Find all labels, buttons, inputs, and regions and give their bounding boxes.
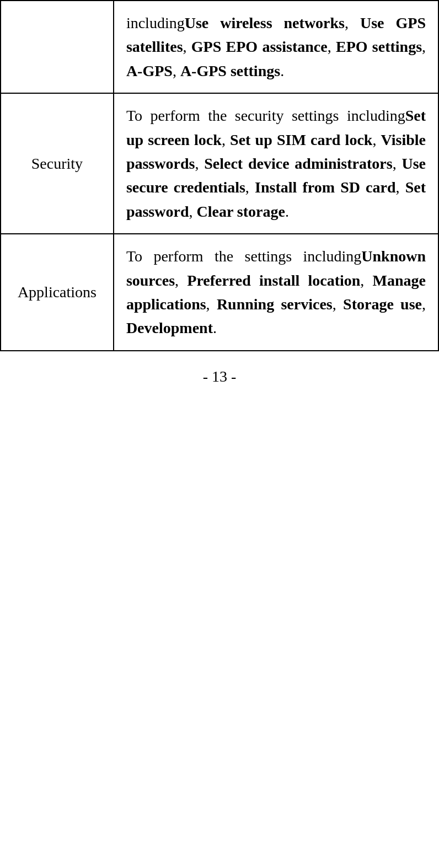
row-content-applications: To perform the settings includingUnknown… [114, 234, 438, 351]
page-number: - 13 - [203, 368, 237, 385]
table-row: Security To perform the security setting… [1, 93, 438, 234]
row-content-security: To perform the security settings includi… [114, 93, 438, 234]
table-row: Applications To perform the settings inc… [1, 234, 438, 351]
row-label-security: Security [1, 93, 114, 234]
row-label-gps [1, 1, 114, 93]
row-label-applications: Applications [1, 234, 114, 351]
table-row: includingUse wireless networks, Use GPS … [1, 1, 438, 93]
row-content-gps: includingUse wireless networks, Use GPS … [114, 1, 438, 93]
page-wrapper: includingUse wireless networks, Use GPS … [0, 0, 439, 868]
settings-table: includingUse wireless networks, Use GPS … [0, 0, 439, 351]
